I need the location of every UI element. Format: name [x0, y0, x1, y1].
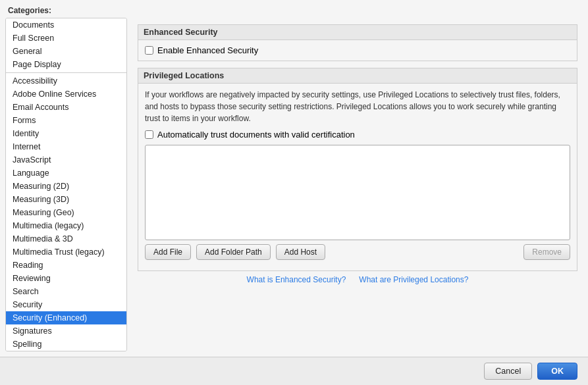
sidebar-item-search[interactable]: Search: [6, 285, 126, 298]
sidebar-item-measuring-3d[interactable]: Measuring (3D): [6, 193, 126, 206]
enhanced-security-header: Enhanced Security: [138, 24, 577, 40]
sidebar-item-identity[interactable]: Identity: [6, 127, 126, 140]
sidebar-item-forms[interactable]: Forms: [6, 114, 126, 127]
enhanced-security-link[interactable]: What is Enhanced Security?: [247, 275, 346, 284]
auto-trust-label: Automatically trust documents with valid…: [157, 130, 355, 140]
sidebar-item-security[interactable]: Security: [6, 298, 126, 311]
sidebar-item-multimedia-legacy[interactable]: Multimedia (legacy): [6, 219, 126, 232]
sidebar: DocumentsFull ScreenGeneralPage DisplayA…: [5, 18, 127, 351]
sidebar-item-measuring-geo[interactable]: Measuring (Geo): [6, 206, 126, 219]
sidebar-item-security-enhanced[interactable]: Security (Enhanced): [6, 311, 126, 324]
preferences-dialog: Categories: DocumentsFull ScreenGeneralP…: [0, 0, 588, 385]
sidebar-item-accessibility[interactable]: Accessibility: [6, 74, 126, 88]
add-folder-path-button[interactable]: Add Folder Path: [196, 244, 271, 260]
privileged-locations-header: Privileged Locations: [138, 68, 577, 83]
auto-trust-row: Automatically trust documents with valid…: [145, 130, 570, 140]
dialog-footer: Cancel OK: [0, 357, 588, 385]
sidebar-item-tracker[interactable]: Tracker: [6, 351, 126, 351]
sidebar-item-full-screen[interactable]: Full Screen: [6, 32, 126, 45]
privileged-locations-link[interactable]: What are Privileged Locations?: [359, 275, 468, 284]
links-row: What is Enhanced Security? What are Priv…: [138, 275, 577, 284]
sidebar-item-documents[interactable]: Documents: [6, 18, 126, 32]
sidebar-item-signatures[interactable]: Signatures: [6, 324, 126, 338]
sidebar-item-multimedia-3d[interactable]: Multimedia & 3D: [6, 232, 126, 245]
add-file-button[interactable]: Add File: [145, 244, 191, 260]
auto-trust-checkbox[interactable]: [145, 130, 153, 139]
dialog-top: Categories:: [0, 0, 588, 18]
privileged-locations-list: [145, 145, 570, 240]
sidebar-item-spelling[interactable]: Spelling: [6, 338, 126, 351]
sidebar-item-email-accounts[interactable]: Email Accounts: [6, 101, 126, 114]
sidebar-item-internet[interactable]: Internet: [6, 140, 126, 153]
sidebar-item-reading[interactable]: Reading: [6, 259, 126, 272]
action-buttons-row: Add File Add Folder Path Add Host Remove: [145, 244, 570, 260]
sidebar-item-adobe-online-services[interactable]: Adobe Online Services: [6, 88, 126, 101]
remove-button[interactable]: Remove: [523, 244, 570, 260]
sidebar-item-reviewing[interactable]: Reviewing: [6, 272, 126, 285]
sidebar-item-general[interactable]: General: [6, 45, 126, 58]
cancel-button[interactable]: Cancel: [484, 363, 532, 380]
sidebar-item-page-display[interactable]: Page Display: [6, 58, 126, 71]
privileged-locations-section: If your workflows are negatively impacte…: [138, 83, 577, 271]
enhanced-security-section: Enable Enhanced Security: [138, 40, 577, 61]
enable-enhanced-security-row: Enable Enhanced Security: [145, 45, 570, 55]
sidebar-item-multimedia-trust-legacy[interactable]: Multimedia Trust (legacy): [6, 245, 126, 259]
enable-enhanced-security-label: Enable Enhanced Security: [157, 45, 258, 55]
categories-label: Categories:: [8, 6, 51, 15]
content-area: Enhanced Security Enable Enhanced Securi…: [127, 18, 588, 357]
enable-enhanced-security-checkbox[interactable]: [145, 46, 153, 55]
ok-button[interactable]: OK: [537, 363, 577, 380]
dialog-body: DocumentsFull ScreenGeneralPage DisplayA…: [0, 18, 588, 357]
privileged-locations-description: If your workflows are negatively impacte…: [145, 89, 570, 124]
sidebar-item-javascript[interactable]: JavaScript: [6, 153, 126, 167]
sidebar-item-language[interactable]: Language: [6, 167, 126, 180]
add-host-button[interactable]: Add Host: [276, 244, 325, 260]
sidebar-item-measuring-2d[interactable]: Measuring (2D): [6, 180, 126, 193]
